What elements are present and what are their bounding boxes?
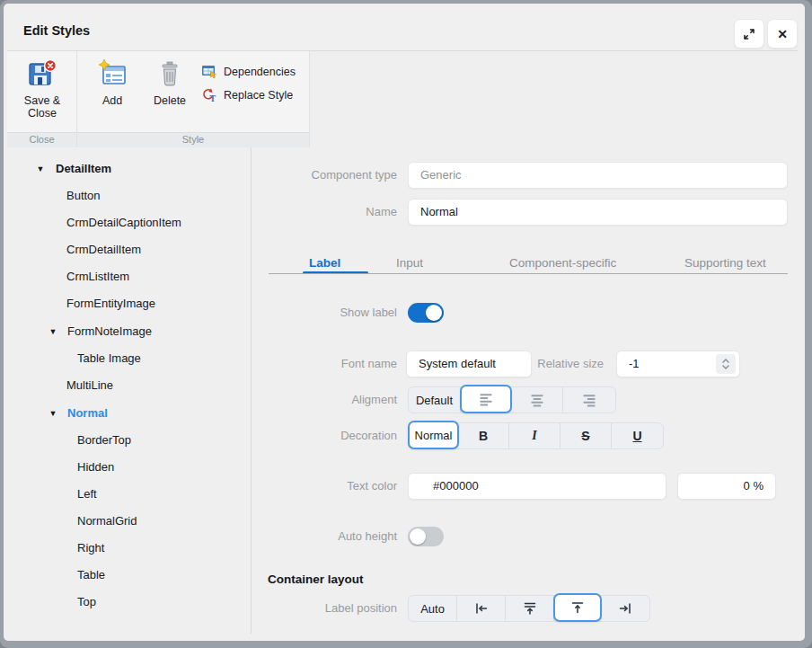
- relative-size-label: Relative size: [462, 351, 604, 377]
- replace-style-label: Replace Style: [224, 89, 293, 102]
- tab-supporting-text[interactable]: Supporting text: [684, 253, 766, 273]
- show-label-label: Show label: [255, 299, 397, 326]
- text-color-label: Text color: [255, 473, 397, 500]
- close-icon: ✕: [777, 27, 788, 41]
- dialog-surface: Edit Styles ✕: [4, 4, 805, 641]
- text-color-input[interactable]: #000000: [408, 473, 666, 500]
- replace-style-icon: T: [201, 88, 217, 102]
- italic-icon[interactable]: I: [509, 423, 560, 448]
- label-top-double-icon[interactable]: [506, 596, 554, 621]
- stepper-buttons[interactable]: [716, 354, 736, 374]
- name-input[interactable]: Normal: [408, 199, 788, 226]
- delete-button[interactable]: Delete: [142, 59, 198, 107]
- label-top-icon[interactable]: [553, 593, 602, 622]
- edit-styles-dialog: Edit Styles ✕: [0, 0, 812, 648]
- tree-item-crmdetailitem[interactable]: CrmDetailItem: [7, 236, 309, 263]
- align-left-icon[interactable]: [460, 385, 512, 413]
- dialog-title: Edit Styles: [23, 11, 293, 54]
- relative-size-input[interactable]: -1: [616, 351, 740, 377]
- chevron-down-icon[interactable]: ▼: [34, 155, 47, 182]
- dependencies-label: Dependencies: [224, 66, 296, 78]
- strikethrough-icon[interactable]: S: [560, 423, 612, 448]
- save-close-icon: [27, 59, 57, 88]
- tree-item-crmlistitem[interactable]: CrmListItem: [7, 263, 309, 290]
- label-position-auto-button[interactable]: Auto: [409, 596, 457, 621]
- chevron-down-icon[interactable]: ▼: [47, 400, 59, 427]
- ribbon-group-close: Save & Close Close: [7, 51, 77, 147]
- toggle-knob: [410, 528, 426, 545]
- label-position-label: Label position: [255, 595, 397, 622]
- show-label-toggle[interactable]: [408, 303, 444, 323]
- save-close-label: Save & Close: [14, 94, 70, 120]
- text-color-opacity-input[interactable]: 0 %: [677, 473, 776, 500]
- container-layout-header: Container layout: [268, 570, 364, 590]
- chevron-up-down-icon: [721, 357, 730, 371]
- tab-input[interactable]: Input: [396, 253, 423, 273]
- chevron-down-icon[interactable]: ▼: [47, 318, 59, 345]
- alignment-default-button[interactable]: Default: [409, 387, 461, 413]
- delete-label: Delete: [142, 94, 198, 107]
- name-label: Name: [255, 199, 397, 226]
- close-button[interactable]: ✕: [767, 19, 798, 49]
- component-type-input[interactable]: Generic: [408, 162, 788, 189]
- ribbon-group-style: Add Delete: [77, 51, 310, 147]
- alignment-label: Aligment: [255, 386, 397, 413]
- label-right-bar-icon[interactable]: [601, 596, 649, 621]
- auto-height-label: Auto height: [255, 523, 397, 550]
- maximize-button[interactable]: [734, 19, 764, 49]
- group-caption-style: Style: [77, 132, 309, 147]
- label-left-bar-icon[interactable]: [457, 596, 506, 621]
- add-button[interactable]: Add: [84, 59, 140, 107]
- delete-icon: [154, 59, 185, 88]
- label-position-group: Auto: [408, 595, 650, 622]
- group-caption-close: Close: [7, 132, 76, 147]
- dependencies-button[interactable]: Dependencies: [201, 62, 296, 82]
- dependencies-icon: [201, 65, 217, 79]
- replace-style-button[interactable]: T Replace Style: [201, 85, 293, 105]
- tabs-divider: [269, 273, 788, 274]
- svg-text:T: T: [210, 93, 216, 102]
- component-type-label: Component type: [255, 162, 397, 189]
- align-right-icon[interactable]: [563, 387, 615, 413]
- alignment-group: Default: [408, 386, 616, 413]
- add-label: Add: [84, 94, 140, 107]
- save-close-button[interactable]: Save & Close: [14, 59, 70, 120]
- bold-icon[interactable]: B: [458, 423, 509, 448]
- underline-icon[interactable]: U: [612, 423, 663, 448]
- auto-height-toggle[interactable]: [408, 527, 444, 546]
- decoration-group: Normal B I S U: [408, 422, 664, 449]
- add-icon: [97, 59, 128, 88]
- font-name-label: Font name: [255, 351, 397, 377]
- ribbon-toolbar: Save & Close Close Add: [7, 51, 310, 147]
- align-center-icon[interactable]: [511, 387, 563, 413]
- tab-component-specific[interactable]: Component-specific: [509, 253, 616, 273]
- decoration-normal-button[interactable]: Normal: [408, 421, 459, 449]
- style-tree: ▼DetailItem Button CrmDetailCaptionItem …: [7, 147, 252, 634]
- decoration-label: Decoration: [255, 422, 397, 449]
- title-bar: Edit Styles ✕: [7, 7, 798, 51]
- tab-label[interactable]: Label: [309, 253, 340, 273]
- expand-icon: [742, 27, 756, 41]
- toggle-knob: [426, 305, 442, 321]
